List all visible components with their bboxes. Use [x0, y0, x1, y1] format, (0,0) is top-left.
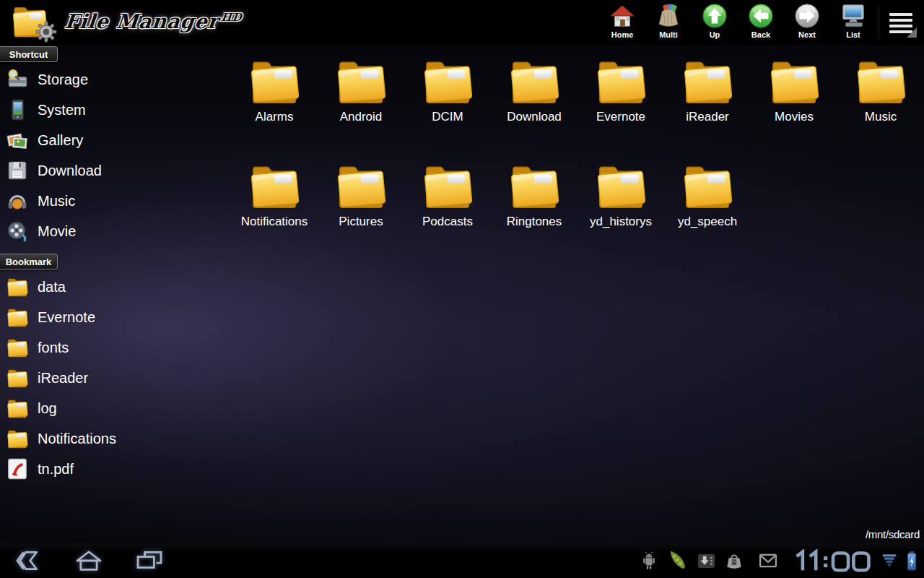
- folder-download[interactable]: Download: [491, 49, 578, 154]
- folder-yd-historys[interactable]: yd_historys: [578, 154, 664, 259]
- signal-icon: [881, 553, 897, 569]
- download-status-icon: [697, 553, 715, 569]
- next-button[interactable]: Next: [784, 0, 830, 45]
- movie-reel-icon: [6, 220, 29, 243]
- folder-icon: [420, 56, 475, 105]
- recent-apps-icon: [133, 549, 166, 572]
- app-title-hd: HD: [221, 11, 243, 24]
- folder-icon: [680, 56, 735, 105]
- navigation-buttons: [10, 543, 167, 578]
- folder-label: Android: [340, 110, 383, 124]
- folder-alarms[interactable]: Alarms: [231, 49, 318, 154]
- bookmark-item-label: log: [38, 400, 57, 417]
- folder-dcim[interactable]: DCIM: [404, 49, 491, 154]
- sidebar-item-storage[interactable]: Storage: [4, 64, 228, 95]
- nav-home-button[interactable]: [71, 548, 107, 573]
- back-button-label: Back: [751, 30, 770, 39]
- battery-charging-icon: [907, 551, 917, 571]
- bookmark-item-ireader[interactable]: iReader: [4, 363, 228, 393]
- back-button[interactable]: Back: [738, 0, 784, 45]
- app-logo: File ManagerHD: [10, 1, 242, 45]
- up-arrow-green-icon: [701, 2, 728, 30]
- bookmark-item-label: Evernote: [38, 309, 95, 326]
- folder-icon: [6, 275, 29, 298]
- nav-recent-apps-button[interactable]: [131, 548, 167, 573]
- gallery-photos-icon: [6, 129, 29, 152]
- folder-ringtones[interactable]: Ringtones: [491, 154, 578, 259]
- bookmark-item-tn-pdf[interactable]: tn.pdf: [4, 454, 228, 484]
- back-arrow-green-icon: [747, 2, 775, 30]
- folder-movies[interactable]: Movies: [751, 49, 837, 154]
- bookmark-item-fonts[interactable]: fonts: [4, 332, 228, 363]
- nav-back-button[interactable]: [10, 548, 46, 573]
- sidebar-item-label: Storage: [38, 72, 88, 88]
- music-headphones-icon: [6, 189, 29, 212]
- up-button-label: Up: [710, 30, 720, 39]
- folder-label: Podcasts: [422, 215, 473, 229]
- multi-select-button[interactable]: Multi: [645, 0, 692, 45]
- folder-icon: [420, 161, 475, 210]
- list-view-button[interactable]: List: [830, 0, 876, 45]
- up-button[interactable]: Up: [692, 0, 738, 45]
- sidebar-item-music[interactable]: Music: [4, 186, 228, 216]
- folder-icon: [593, 161, 648, 210]
- list-view-monitor-icon: [840, 2, 867, 30]
- folder-evernote[interactable]: Evernote: [578, 49, 664, 154]
- sidebar-item-system[interactable]: System: [4, 95, 228, 125]
- sidebar-item-label: Movie: [38, 223, 76, 240]
- toolbar-separator: [879, 6, 879, 39]
- bookmark-item-label: fonts: [38, 340, 69, 356]
- snappea-icon: [666, 550, 688, 571]
- bookmark-item-label: Notifications: [38, 431, 116, 447]
- folder-podcasts[interactable]: Podcasts: [404, 154, 491, 259]
- bookmark-item-label: data: [38, 279, 66, 296]
- folder-notifications[interactable]: Notifications: [231, 154, 318, 259]
- folder-icon: [767, 56, 821, 105]
- folder-ireader[interactable]: iReader: [664, 49, 751, 154]
- bookmark-item-evernote[interactable]: Evernote: [4, 302, 228, 332]
- folder-icon: [6, 397, 29, 420]
- bookmark-list: data Evernote fonts iReader log Notifica…: [4, 272, 228, 484]
- storage-drive-icon: [6, 68, 29, 91]
- menu-corner-triangle: [907, 27, 917, 38]
- clock[interactable]: 11:00: [794, 549, 872, 573]
- sidebar-item-download[interactable]: Download: [4, 155, 228, 186]
- system-bar: 11:00: [0, 543, 924, 578]
- home-nav-icon: [72, 549, 105, 572]
- folder-icon: [6, 336, 29, 359]
- bookmark-item-data[interactable]: data: [4, 272, 228, 302]
- sidebar-item-label: System: [38, 102, 86, 118]
- shortcut-list: Storage System Gallery Download Music Mo…: [4, 64, 228, 246]
- folder-label: iReader: [686, 110, 729, 124]
- folder-label: Music: [865, 110, 897, 124]
- status-tray[interactable]: 11:00: [641, 543, 917, 578]
- folder-icon: [334, 161, 388, 210]
- bookmark-item-notifications[interactable]: Notifications: [4, 423, 228, 454]
- folder-label: Evernote: [596, 110, 645, 124]
- sidebar-item-movie[interactable]: Movie: [4, 216, 228, 246]
- list-button-label: List: [846, 30, 860, 39]
- folder-music[interactable]: Music: [837, 49, 924, 154]
- folder-label: Ringtones: [507, 215, 562, 229]
- folder-icon: [593, 56, 648, 105]
- sidebar-item-gallery[interactable]: Gallery: [4, 125, 228, 155]
- folder-label: yd_speech: [678, 215, 737, 229]
- folder-label: Download: [507, 110, 562, 124]
- folder-label: yd_historys: [590, 215, 652, 229]
- folder-yd-speech[interactable]: yd_speech: [664, 154, 751, 259]
- folder-android[interactable]: Android: [318, 49, 404, 154]
- folder-icon: [507, 56, 562, 105]
- menu-button[interactable]: [884, 9, 918, 38]
- home-button[interactable]: Home: [599, 0, 645, 45]
- current-path: /mnt/sdcard: [866, 528, 920, 540]
- folder-gear-icon: [10, 1, 58, 45]
- folder-label: Pictures: [339, 215, 383, 229]
- multi-button-label: Multi: [659, 30, 678, 39]
- file-manager-screen: File ManagerHD Home Multi Up Back: [0, 0, 924, 578]
- folder-pictures[interactable]: Pictures: [318, 154, 404, 259]
- home-button-label: Home: [611, 30, 634, 39]
- next-button-label: Next: [798, 30, 816, 39]
- system-device-icon: [6, 98, 29, 121]
- folder-icon: [334, 56, 388, 105]
- bookmark-item-log[interactable]: log: [4, 393, 228, 423]
